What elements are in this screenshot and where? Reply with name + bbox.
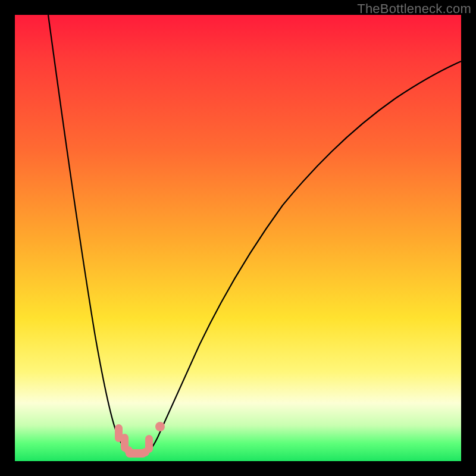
plot-area [15,15,461,461]
curve-right [143,61,461,456]
marker-pill-right-a [145,435,153,453]
marker-dot-right-outlier [155,422,165,431]
curve-left [48,15,127,452]
marker-valley-dot-a [124,446,133,455]
curve-svg [15,15,461,461]
chart-frame: TheBottleneck.com [0,0,476,476]
